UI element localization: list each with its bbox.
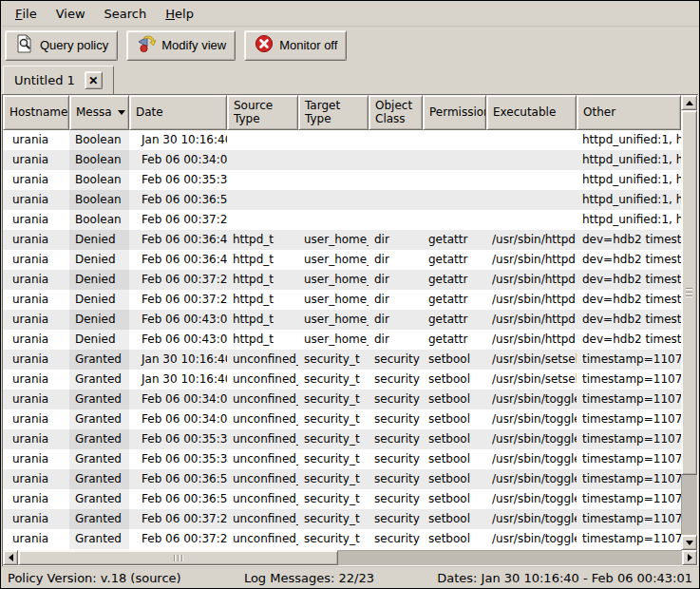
- menu-file[interactable]: File: [6, 1, 47, 26]
- table-row[interactable]: uraniaGrantedJan 30 10:16:40unconfined_s…: [3, 370, 681, 390]
- cell-object_class: security: [369, 370, 423, 390]
- cell-object_class: security: [369, 409, 423, 429]
- scroll-left-button[interactable]: [3, 550, 18, 565]
- table-header-row: HostnameMessaDateSource TypeTarget TypeO…: [3, 95, 681, 130]
- table-row[interactable]: uraniaGrantedFeb 06 00:37:25unconfined_s…: [3, 529, 681, 549]
- menu-bar: FileViewSearchHelp: [1, 1, 699, 27]
- cell-object_class: dir: [369, 250, 423, 270]
- cell-permission: getattr: [423, 330, 486, 350]
- table-row[interactable]: uraniaGrantedFeb 06 00:36:56unconfined_s…: [3, 489, 681, 509]
- cell-other: timestamp=11076: [577, 409, 681, 429]
- table-row[interactable]: uraniaGrantedJan 30 10:16:40unconfined_s…: [3, 350, 681, 370]
- cell-other: timestamp=11076: [577, 529, 681, 549]
- horizontal-scrollbar[interactable]: [3, 550, 697, 565]
- cell-executable: /usr/sbin/toggle: [486, 449, 577, 469]
- table-row[interactable]: uraniaBooleanFeb 06 00:36:56httpd_unifie…: [3, 190, 681, 210]
- cell-other: dev=hdb2 timesta: [577, 230, 681, 250]
- vertical-scrollbar-thumb[interactable]: [681, 110, 697, 475]
- tab-untitled-1[interactable]: Untitled 1✕: [3, 66, 114, 94]
- cell-hostname: urania: [3, 390, 69, 409]
- table-row[interactable]: uraniaGrantedFeb 06 00:37:25unconfined_s…: [3, 509, 681, 529]
- column-header-label: Date: [136, 106, 163, 120]
- cell-object_class: security: [369, 469, 423, 489]
- table-row[interactable]: uraniaBooleanFeb 06 00:37:25httpd_unifie…: [3, 210, 681, 230]
- horizontal-scrollbar-thumb[interactable]: [18, 550, 338, 565]
- table-row[interactable]: uraniaGrantedFeb 06 00:35:35unconfined_s…: [3, 449, 681, 469]
- cell-source_type: unconfined_: [227, 529, 298, 549]
- cell-date: Feb 06 00:34:01: [129, 150, 227, 170]
- modify-view-button[interactable]: Modify view: [126, 30, 236, 61]
- scroll-down-button[interactable]: [681, 535, 697, 550]
- cell-source_type: unconfined_: [227, 390, 298, 409]
- menu-view[interactable]: View: [47, 1, 95, 26]
- cell-source_type: [227, 210, 298, 230]
- vertical-scrollbar[interactable]: [681, 95, 697, 550]
- table-row[interactable]: uraniaDeniedFeb 06 00:37:27httpd_tuser_h…: [3, 290, 681, 310]
- tab-bar: Untitled 1✕: [1, 64, 699, 94]
- table-row[interactable]: uraniaBooleanJan 30 10:16:40httpd_unifie…: [3, 130, 681, 150]
- cell-executable: /usr/sbin/setseb: [486, 370, 577, 390]
- cell-object_class: security: [369, 529, 423, 549]
- scroll-up-button[interactable]: [681, 95, 697, 110]
- column-header-hostname[interactable]: Hostname: [3, 95, 69, 130]
- column-header-executable[interactable]: Executable: [486, 95, 577, 130]
- cell-date: Feb 06 00:36:56: [129, 190, 227, 210]
- cell-target_type: user_home_: [298, 290, 369, 310]
- column-header-target_type[interactable]: Target Type: [298, 95, 369, 130]
- sort-descending-icon: [118, 110, 125, 115]
- table-row[interactable]: uraniaDeniedFeb 06 00:43:01httpd_tuser_h…: [3, 330, 681, 350]
- table-row[interactable]: uraniaGrantedFeb 06 00:35:35unconfined_s…: [3, 429, 681, 449]
- column-header-date[interactable]: Date: [129, 95, 227, 130]
- cell-message: Boolean: [69, 130, 129, 150]
- cell-target_type: security_t: [298, 390, 369, 409]
- cell-permission: getattr: [423, 290, 486, 310]
- tab-close-button[interactable]: ✕: [85, 71, 103, 89]
- menu-help[interactable]: Help: [156, 1, 203, 26]
- cell-hostname: urania: [3, 449, 69, 469]
- column-header-other[interactable]: Other: [577, 95, 681, 130]
- cell-date: Feb 06 00:34:01: [129, 390, 227, 409]
- cell-message: Granted: [69, 350, 129, 370]
- column-header-permission[interactable]: Permission: [423, 95, 486, 130]
- table-row[interactable]: uraniaBooleanFeb 06 00:34:01httpd_unifie…: [3, 150, 681, 170]
- cell-permission: setbool: [423, 370, 486, 390]
- monitor-off-button[interactable]: Monitor off: [244, 30, 347, 61]
- cell-hostname: urania: [3, 489, 69, 509]
- table-row[interactable]: uraniaGrantedFeb 06 00:36:56unconfined_s…: [3, 469, 681, 489]
- column-header-source_type[interactable]: Source Type: [227, 95, 298, 130]
- table-row[interactable]: uraniaGrantedFeb 06 00:34:01unconfined_s…: [3, 409, 681, 429]
- cell-executable: /usr/sbin/toggle: [486, 529, 577, 549]
- cell-hostname: urania: [3, 210, 69, 230]
- cell-object_class: security: [369, 489, 423, 509]
- cell-permission: getattr: [423, 270, 486, 290]
- column-header-label: Other: [583, 106, 615, 120]
- cell-message: Boolean: [69, 150, 129, 170]
- table-row[interactable]: uraniaBooleanFeb 06 00:35:35httpd_unifie…: [3, 170, 681, 190]
- query-policy-button[interactable]: Query policy: [5, 30, 118, 61]
- cell-date: Feb 06 00:43:01: [129, 330, 227, 350]
- cell-date: Jan 30 10:16:40: [129, 130, 227, 150]
- arrow-down-icon: [686, 541, 693, 545]
- cell-target_type: [298, 150, 369, 170]
- column-header-object_class[interactable]: Object Class: [369, 95, 423, 130]
- cell-target_type: [298, 210, 369, 230]
- cell-executable: /usr/sbin/toggle: [486, 429, 577, 449]
- table-row[interactable]: uraniaDeniedFeb 06 00:43:01httpd_tuser_h…: [3, 310, 681, 330]
- table-row[interactable]: uraniaDeniedFeb 06 00:37:27httpd_tuser_h…: [3, 270, 681, 290]
- cell-object_class: dir: [369, 290, 423, 310]
- menu-search[interactable]: Search: [95, 1, 157, 26]
- policy-version-status: Policy Version: v.18 (source): [8, 571, 181, 585]
- tab-label: Untitled 1: [14, 73, 75, 87]
- column-header-message[interactable]: Messa: [69, 95, 129, 130]
- cell-executable: /usr/sbin/httpd: [486, 290, 577, 310]
- table-row[interactable]: uraniaGrantedFeb 06 00:34:01unconfined_s…: [3, 390, 681, 409]
- cell-other: timestamp=11076: [577, 469, 681, 489]
- cell-permission: [423, 210, 486, 230]
- cell-source_type: unconfined_: [227, 409, 298, 429]
- cell-source_type: unconfined_: [227, 429, 298, 449]
- cell-executable: [486, 170, 577, 190]
- table-row[interactable]: uraniaDeniedFeb 06 00:36:44httpd_tuser_h…: [3, 250, 681, 270]
- cell-message: Granted: [69, 409, 129, 429]
- scroll-right-button[interactable]: [682, 550, 697, 565]
- table-row[interactable]: uraniaDeniedFeb 06 00:36:44httpd_tuser_h…: [3, 230, 681, 250]
